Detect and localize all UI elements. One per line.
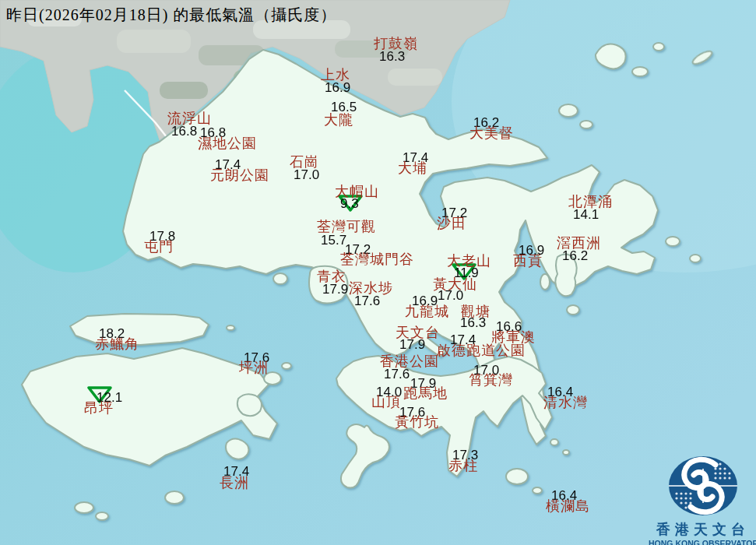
station-name-label: 清水灣 xyxy=(543,396,588,410)
station-name-label: 坪洲 xyxy=(239,360,269,374)
station-name-label: 筲箕灣 xyxy=(469,373,513,387)
station-name-label: 打鼓嶺 xyxy=(374,37,418,51)
station-labels-layer: 16.3打鼓嶺16.9上水16.5大隴16.8流浮山16.8濕地公園17.4元朗… xyxy=(0,0,756,545)
station-value-label: 17.9 xyxy=(322,283,348,296)
station-name-label: 沙田 xyxy=(437,216,466,230)
station-name-label: 屯門 xyxy=(144,240,174,254)
station-name-label: 元朗公園 xyxy=(210,168,269,182)
station-value-label: 17.0 xyxy=(294,168,319,181)
hko-min-temp-map: 昨日(2026年02月18日) 的最低氣溫（攝氏度） 16.3打鼓嶺16.9上水… xyxy=(0,0,756,545)
station-value-label: 16.9 xyxy=(325,81,350,94)
station-name-label: 九龍城 xyxy=(405,304,449,318)
station-name-label: 啟德跑道公園 xyxy=(437,343,526,357)
station-name-label: 山頂 xyxy=(371,395,401,409)
station-name-label: 跑馬地 xyxy=(403,386,448,400)
station-name-label: 香港公園 xyxy=(380,354,439,368)
station-name-label: 北潭涌 xyxy=(568,195,613,209)
station-name-label: 荃灣可觀 xyxy=(317,220,376,234)
station-name-label: 赤柱 xyxy=(448,459,478,473)
station-name-label: 青衣 xyxy=(317,269,346,283)
station-name-label: 天文台 xyxy=(396,325,440,339)
station-name-label: 上水 xyxy=(321,68,350,82)
station-name-label: 黃竹坑 xyxy=(395,415,439,429)
station-name-label: 大埔 xyxy=(398,161,427,175)
hko-logo-icon xyxy=(649,453,756,515)
station-name-label: 昂坪 xyxy=(84,401,114,415)
station-name-label: 橫瀾島 xyxy=(546,499,590,513)
station-name-label: 石崗 xyxy=(290,155,319,169)
station-name-label: 大老山 xyxy=(447,254,491,268)
station-name-label: 流浮山 xyxy=(167,111,212,125)
hko-logo-name-en: HONG KONG OBSERVATORY xyxy=(649,539,756,545)
station-name-label: 滘西洲 xyxy=(557,236,601,250)
station-value-label: 16.3 xyxy=(379,50,405,63)
station-name-label: 黃大仙 xyxy=(433,277,477,291)
station-name-label: 赤鱲角 xyxy=(95,337,139,351)
station-name-label: 濕地公園 xyxy=(198,136,257,150)
station-name-label: 觀塘 xyxy=(461,304,491,318)
station-value-label: 17.6 xyxy=(354,294,380,308)
station-value-label: 15.7 xyxy=(321,234,346,247)
station-value-label: 14.1 xyxy=(573,208,599,221)
station-name-label: 深水埗 xyxy=(349,281,393,295)
station-name-label: 大帽山 xyxy=(335,185,379,199)
station-name-label: 大隴 xyxy=(324,113,353,127)
hko-logo-name-cn: 香港天文台 xyxy=(649,520,756,539)
station-value-label: 16.8 xyxy=(171,125,197,138)
hko-logo: 香港天文台 HONG KONG OBSERVATORY xyxy=(649,453,756,545)
station-name-label: 大美督 xyxy=(469,126,514,140)
station-name-label: 西貢 xyxy=(513,254,543,268)
station-value-label: 16.2 xyxy=(562,249,588,262)
station-value-label: 17.6 xyxy=(384,367,410,381)
station-name-label: 荃灣城門谷 xyxy=(340,252,414,266)
station-name-label: 長洲 xyxy=(220,476,249,490)
